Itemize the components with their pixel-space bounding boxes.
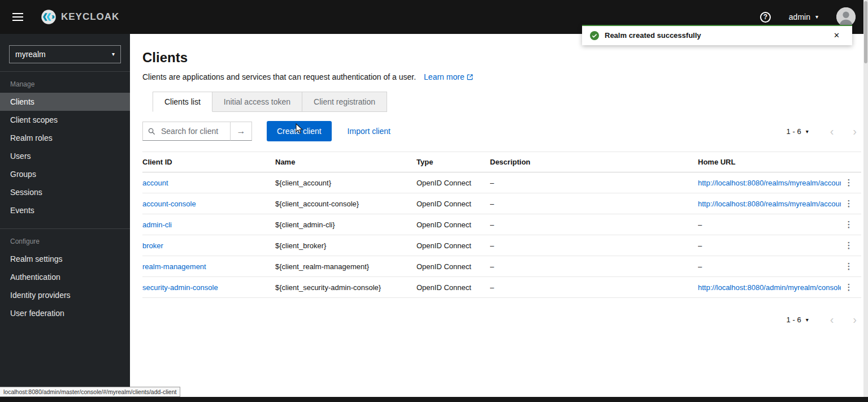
client-id-link[interactable]: account-console	[142, 200, 196, 208]
kebab-menu-icon[interactable]: ⋮	[845, 198, 853, 208]
kebab-menu-icon[interactable]: ⋮	[845, 282, 853, 292]
import-client-link[interactable]: Import client	[348, 127, 390, 136]
chevron-down-icon: ▾	[815, 14, 818, 20]
tab-clients-list[interactable]: Clients list	[153, 92, 212, 112]
col-client-id: Client ID	[142, 152, 275, 172]
pagination-options-caret-icon[interactable]: ▾	[806, 128, 809, 135]
search-icon	[148, 128, 155, 135]
client-type: OpenID Connect	[416, 235, 490, 256]
search-submit-button[interactable]: →	[231, 122, 252, 141]
client-name: ${client_security-admin-console}	[275, 277, 416, 298]
scrollbar[interactable]	[863, 0, 868, 397]
pagination-range: 1 - 6	[787, 315, 801, 324]
realm-selector-value: myrealm	[15, 50, 46, 59]
pagination-options-caret-icon[interactable]: ▾	[806, 317, 809, 323]
username-label: admin	[789, 12, 810, 21]
table-row: broker ${client_broker} OpenID Connect –…	[142, 235, 861, 256]
client-id-link[interactable]: broker	[142, 241, 163, 250]
sidebar-item-events[interactable]: Events	[0, 201, 130, 219]
client-id-link[interactable]: security-admin-console	[142, 283, 218, 292]
col-type: Type	[416, 152, 490, 172]
sidebar-item-authentication[interactable]: Authentication	[0, 268, 130, 286]
client-name: ${client_broker}	[275, 235, 416, 256]
tabs: Clients list Initial access token Client…	[153, 92, 387, 112]
learn-more-link[interactable]: Learn more	[424, 72, 472, 81]
nav-section-configure: Configure	[0, 229, 130, 248]
realm-selector[interactable]: myrealm ▾	[9, 45, 121, 63]
sidebar-item-groups[interactable]: Groups	[0, 165, 130, 183]
sidebar-item-user-federation[interactable]: User federation	[0, 304, 130, 322]
kebab-menu-icon[interactable]: ⋮	[845, 240, 853, 250]
table-row: security-admin-console ${client_security…	[142, 277, 861, 298]
sidebar-item-clients[interactable]: Clients	[0, 93, 130, 111]
client-description: –	[490, 172, 698, 193]
sidebar-item-realm-settings[interactable]: Realm settings	[0, 250, 130, 268]
create-client-button[interactable]: Create client	[267, 121, 332, 141]
pagination-top: 1 - 6 ▾ ‹ ›	[787, 126, 857, 137]
nav-toggle-button[interactable]	[10, 11, 25, 23]
external-link-icon	[467, 74, 473, 80]
client-type: OpenID Connect	[416, 214, 490, 235]
avatar[interactable]	[836, 7, 856, 27]
client-name: ${client_account}	[275, 172, 416, 193]
page-title: Clients	[142, 50, 857, 66]
client-id-link[interactable]: account	[142, 179, 168, 187]
next-page-icon[interactable]: ›	[853, 314, 857, 325]
sidebar-item-users[interactable]: Users	[0, 147, 130, 165]
toast-success: Realm created successfully ✕	[582, 25, 852, 45]
table-header-row: Client ID Name Type Description Home URL	[142, 152, 861, 172]
col-description: Description	[490, 152, 698, 172]
tab-client-registration[interactable]: Client registration	[302, 92, 387, 112]
sidebar-item-realm-roles[interactable]: Realm roles	[0, 129, 130, 147]
scrollbar-thumb[interactable]	[864, 1, 867, 63]
client-type: OpenID Connect	[416, 193, 490, 214]
help-icon[interactable]: ?	[760, 12, 771, 23]
client-id-link[interactable]: realm-management	[142, 262, 206, 271]
kebab-menu-icon[interactable]: ⋮	[845, 219, 853, 229]
client-description: –	[490, 214, 698, 235]
success-check-icon	[590, 31, 599, 40]
col-actions	[841, 152, 861, 172]
home-url-empty: –	[698, 241, 702, 250]
page-description: Clients are applications and services th…	[142, 72, 416, 81]
next-page-icon[interactable]: ›	[853, 126, 857, 137]
sidebar-item-sessions[interactable]: Sessions	[0, 183, 130, 201]
tab-initial-access-token[interactable]: Initial access token	[212, 92, 302, 112]
browser-status-bar: localhost:8080/admin/master/console/#/my…	[0, 387, 180, 397]
clients-table: Client ID Name Type Description Home URL…	[142, 152, 861, 298]
table-row: admin-cli ${client_admin-cli} OpenID Con…	[142, 214, 861, 235]
nav-section-manage: Manage	[0, 72, 130, 90]
user-menu[interactable]: admin ▾	[789, 12, 818, 21]
home-url-link[interactable]: http://localhost:8080/realms/myrealm/acc…	[698, 200, 841, 208]
user-avatar-icon	[836, 7, 856, 27]
client-type: OpenID Connect	[416, 277, 490, 298]
nav-list-manage: Clients Client scopes Realm roles Users …	[0, 93, 130, 219]
client-name: ${client_admin-cli}	[275, 214, 416, 235]
kebab-menu-icon[interactable]: ⋮	[845, 178, 853, 187]
home-url-link[interactable]: http://localhost:8080/realms/myrealm/acc…	[698, 179, 841, 187]
prev-page-icon[interactable]: ‹	[830, 314, 834, 325]
sidebar-item-identity-providers[interactable]: Identity providers	[0, 286, 130, 304]
client-description: –	[490, 193, 698, 214]
kebab-menu-icon[interactable]: ⋮	[845, 261, 853, 271]
table-row: account ${client_account} OpenID Connect…	[142, 172, 861, 193]
search-input[interactable]	[142, 122, 231, 141]
table-row: account-console ${client_account-console…	[142, 193, 861, 214]
client-type: OpenID Connect	[416, 256, 490, 277]
screen: KEYCLOAK ? admin ▾ myrealm ▾ Manage	[0, 0, 868, 402]
client-id-link[interactable]: admin-cli	[142, 221, 172, 229]
home-url-link[interactable]: http://localhost:8080/admin/myrealm/cons…	[698, 283, 841, 292]
nav-list-configure: Realm settings Authentication Identity p…	[0, 250, 130, 322]
col-home-url: Home URL	[698, 152, 841, 172]
col-name: Name	[275, 152, 416, 172]
sidebar: myrealm ▾ Manage Clients Client scopes R…	[0, 34, 130, 402]
home-url-empty: –	[698, 221, 702, 229]
sidebar-item-client-scopes[interactable]: Client scopes	[0, 111, 130, 129]
close-icon[interactable]: ✕	[830, 31, 843, 40]
keycloak-brand[interactable]: KEYCLOAK	[40, 8, 119, 25]
client-type: OpenID Connect	[416, 172, 490, 193]
hamburger-icon	[12, 13, 23, 14]
client-description: –	[490, 235, 698, 256]
prev-page-icon[interactable]: ‹	[830, 126, 834, 137]
window-bottom-edge	[0, 397, 868, 402]
